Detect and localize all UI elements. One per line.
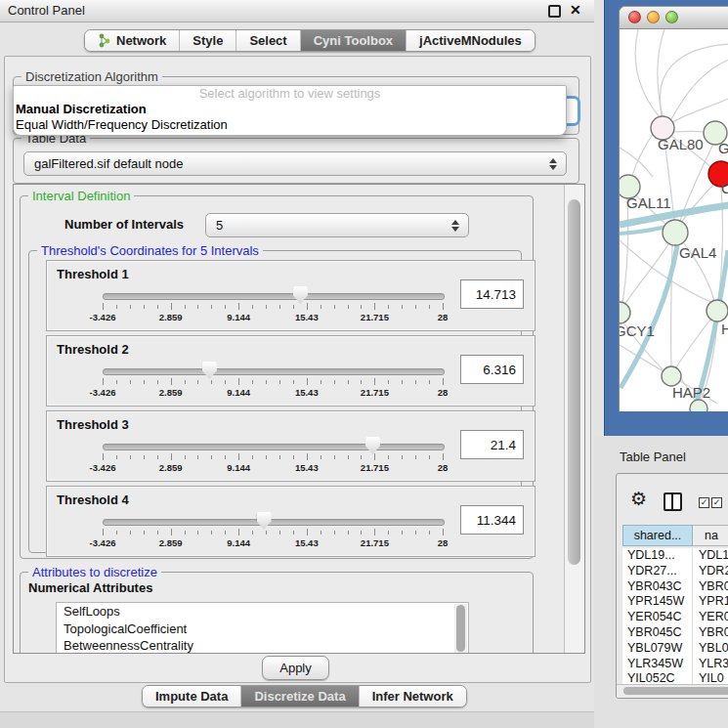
list-scrollbar-thumb[interactable] [456,605,465,652]
threshold-1-value-field[interactable]: 14.713 [460,279,524,309]
name-cell[interactable]: YBR0 [693,579,728,595]
numerical-attributes-list[interactable]: SelfLoopsTopologicalCoefficientBetweenne… [56,602,469,654]
option-equal-width-frequency[interactable]: Equal Width/Frequency Discretization [14,117,566,133]
name-cell[interactable]: YER0 [693,610,728,625]
tick-mark [348,380,349,384]
tab-network[interactable]: Network [85,30,180,51]
name-cell[interactable]: YDR2 [693,564,728,579]
gear-icon[interactable]: ⚙ [630,490,647,508]
shared-name-cell[interactable]: YIL052C [622,671,693,684]
tab-select[interactable]: Select [236,30,300,51]
shared-name-cell[interactable]: YPR145W [622,594,693,610]
option-manual-discretization[interactable]: Manual Discretization [14,102,566,117]
network-node[interactable] [663,220,688,245]
vertical-scrollbar[interactable] [564,185,584,653]
shared-name-cell[interactable]: YDR27... [622,564,693,579]
shared-name-cell[interactable]: YBL079W [622,641,693,657]
slider-thumb[interactable] [293,286,308,304]
close-traffic-light[interactable] [628,11,641,23]
node-label: GAL80 [658,136,704,152]
tab-cyni-toolbox[interactable]: Cyni Toolbox [301,30,407,51]
threshold-2-value-field[interactable]: 6.316 [460,355,524,384]
name-cell[interactable]: YIL0 [693,671,724,684]
table-row[interactable]: YBR043CYBR0 [622,579,728,595]
tick-mark [185,305,186,309]
tick-mark [252,380,253,384]
number-of-intervals-combo[interactable]: 5 [205,213,469,237]
table-row[interactable]: YIL052CYIL0 [622,671,728,684]
table-row[interactable]: YER054CYER0 [622,610,728,625]
threshold-3-slider[interactable] [103,444,445,450]
threshold-4-slider[interactable] [103,519,445,526]
table-data-combo[interactable]: galFiltered.sif default node [23,151,567,176]
shared-name-cell[interactable]: YDL19... [622,548,693,564]
threshold-1-slider[interactable] [103,293,445,300]
tick-label: 28 [438,462,449,473]
tick-mark [266,455,267,459]
name-cell[interactable]: YPR1 [693,594,728,610]
table-row[interactable]: YDR27...YDR2 [622,564,728,579]
column-header-shared-name[interactable]: shared... [622,525,693,546]
table-row[interactable]: YBL079WYBL0 [622,641,728,657]
network-node[interactable] [690,400,707,411]
tick-mark [443,378,444,385]
minimize-traffic-light[interactable] [647,11,660,23]
tab-impute-data[interactable]: Impute Data [143,686,241,707]
shared-name-cell[interactable]: YBR045C [622,625,693,641]
network-node[interactable] [662,366,681,386]
horizontal-scrollbar[interactable] [617,684,728,698]
tab-jactivemnodules[interactable]: jActiveMNodules [407,30,535,51]
network-canvas[interactable]: GAL80GACGAL11GAL4GCY1HHAP2 [620,29,728,411]
table-header: shared... na [622,525,728,546]
list-item[interactable]: TopologicalCoefficient [57,621,468,638]
slider-thumb[interactable] [202,362,217,379]
network-graph[interactable]: GAL80GACGAL11GAL4GCY1HHAP2 [620,29,728,411]
shared-name-cell[interactable]: YBR043C [622,579,693,595]
apply-button[interactable]: Apply [262,656,329,680]
tick-mark [225,531,226,535]
split-columns-icon[interactable] [664,492,682,511]
checkbox-icon[interactable]: ✓ [699,497,709,508]
network-node[interactable] [707,300,728,321]
shared-name-cell[interactable]: YER054C [622,610,693,625]
tick-mark [144,531,145,535]
combo-stepper-icon [549,158,557,170]
slider-thumb[interactable] [257,512,272,530]
name-cell[interactable]: YDL1 [693,548,728,564]
tick-mark [266,305,267,309]
close-icon[interactable]: ✕ [570,2,581,19]
threshold-3-value-field[interactable]: 21.4 [460,430,524,459]
table-row[interactable]: YLR345WYLR3 [622,657,728,672]
vertical-scrollbar-thumb[interactable] [568,199,580,565]
name-cell[interactable]: YLR3 [693,657,728,672]
slider-thumb[interactable] [365,437,380,454]
tab-label: Network [116,33,166,48]
column-header-name[interactable]: na [693,525,728,546]
tick-mark [252,455,253,459]
horizontal-scrollbar-thumb[interactable] [623,687,728,695]
tab-infer-network[interactable]: Infer Network [360,686,466,707]
zoom-traffic-light[interactable] [665,11,678,23]
tick-mark [307,529,308,535]
tick-mark [429,305,430,309]
table-row[interactable]: YPR145WYPR1 [622,594,728,610]
table-rows[interactable]: YDL19...YDL1YDR27...YDR2YBR043CYBR0YPR14… [622,548,728,684]
shared-name-cell[interactable]: YLR345W [622,657,693,672]
float-window-icon[interactable] [548,5,561,18]
list-item[interactable]: SelfLoops [57,603,468,621]
tick-mark [361,380,362,384]
network-node[interactable] [620,302,630,323]
threshold-2-slider[interactable] [103,368,445,375]
bottom-tab-bar: Impute Data Discretize Data Infer Networ… [142,685,467,707]
list-item[interactable]: BetweennessCentrality [57,637,468,654]
tab-style[interactable]: Style [180,30,236,51]
algorithm-dropdown: Select algorithm to view settings Manual… [13,85,567,136]
tab-discretize-data[interactable]: Discretize Data [241,686,359,707]
table-row[interactable]: YBR045CYBR0 [622,625,728,641]
threshold-4-value-field[interactable]: 11.344 [460,505,524,535]
name-cell[interactable]: YBR0 [693,625,728,641]
name-cell[interactable]: YBL0 [693,641,728,657]
checkbox-icon[interactable]: ✓ [711,497,722,508]
list-scrollbar[interactable] [454,604,467,653]
table-row[interactable]: YDL19...YDL1 [622,548,728,564]
